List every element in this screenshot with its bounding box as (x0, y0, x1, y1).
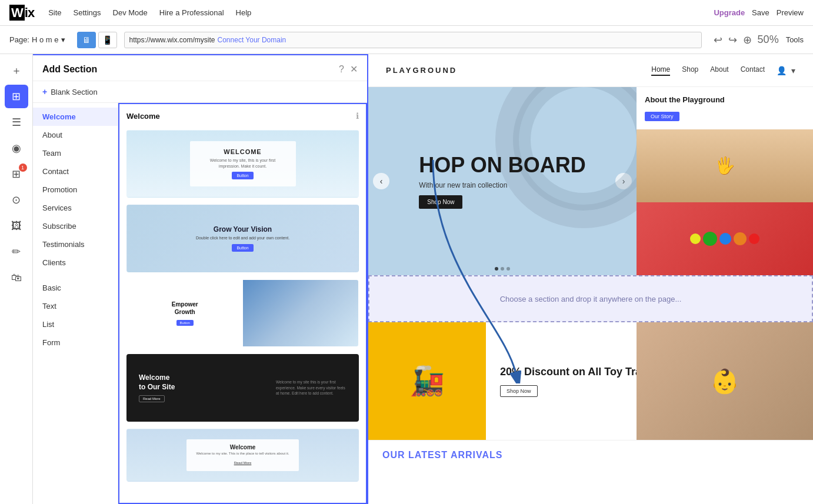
account-icon[interactable]: 👤 (777, 66, 787, 75)
site-nav-icons: 👤 ▾ (777, 66, 795, 75)
page-label: Page: (9, 35, 29, 44)
tools-label: Tools (786, 35, 804, 44)
nav-hire[interactable]: Hire a Professional (159, 8, 224, 17)
plus-icon: + (42, 87, 47, 96)
mobile-view-button[interactable]: 📱 (98, 32, 117, 48)
template-button: Button (176, 320, 194, 326)
hero-content: HOP ON BOARD With our new train collecti… (401, 142, 603, 221)
preview-button[interactable]: Preview (777, 8, 804, 17)
hero-dot-2 (501, 267, 504, 271)
template-desc: Double click here to edit and add your o… (196, 235, 289, 241)
site-nav: PLAYGROUND Home Shop About Contact 👤 ▾ (368, 54, 813, 87)
bar-actions: ↩ ↪ ⊕ 50% (714, 34, 779, 46)
cat-testimonials[interactable]: Testimonials (33, 235, 118, 253)
pages-icon[interactable]: ☰ (5, 111, 28, 134)
add-section-panel: Add Section ? ✕ + Blank Section Welcome … (33, 54, 368, 504)
topbar-right: Upgrade Save Preview (714, 8, 804, 17)
category-nav: Welcome About Team Contact Promotion Ser… (33, 103, 118, 504)
zoom-label: 50% (758, 34, 779, 46)
drop-zone-text: Choose a section and drop it anywhere on… (500, 295, 682, 303)
hero-prev-button[interactable]: ‹ (373, 173, 389, 189)
about-title: About the Playground (645, 95, 805, 105)
add-elements-icon[interactable]: ⊞ 1 (5, 162, 28, 186)
hero-headline: HOP ON BOARD (419, 153, 585, 177)
template-partial-welcome[interactable]: Welcome Welcome to my site. This is the … (126, 429, 359, 482)
template-inner: WELCOME Welcome to my site, this is your… (190, 141, 296, 187)
template-dark-welcome[interactable]: Welcometo Our Site Read More Welcome to … (126, 354, 359, 422)
site-nav-about[interactable]: About (710, 65, 728, 76)
cat-list[interactable]: List (33, 315, 118, 333)
tools-button[interactable]: Tools (786, 35, 804, 44)
upgrade-button[interactable]: Upgrade (714, 8, 745, 17)
cat-basic[interactable]: Basic (33, 279, 118, 297)
hero-cta-button[interactable]: Shop Now (419, 195, 462, 209)
promo-image-right: 👶 (637, 322, 813, 440)
secondbar: Page: H o m e ▾ 🖥 📱 https://www.wix.com/… (0, 26, 813, 54)
add-section-icon[interactable]: ＋ (5, 59, 28, 82)
site-nav-contact[interactable]: Contact (741, 65, 765, 76)
site-nav-shop[interactable]: Shop (682, 65, 698, 76)
pen-icon[interactable]: ✏ (5, 240, 28, 263)
nav-help[interactable]: Help (236, 8, 252, 17)
template-title: Grow Your Vision (196, 225, 289, 233)
about-image-bottom (637, 202, 813, 275)
save-button[interactable]: Save (752, 8, 769, 17)
device-buttons: 🖥 📱 (77, 32, 117, 48)
connect-domain-link[interactable]: Connect Your Domain (218, 36, 286, 44)
cat-form[interactable]: Form (33, 333, 118, 352)
redo-icon[interactable]: ↪ (728, 34, 737, 46)
cat-clients[interactable]: Clients (33, 253, 118, 272)
nav-devmode[interactable]: Dev Mode (113, 8, 148, 17)
our-story-button[interactable]: Our Story (645, 112, 679, 121)
sections-icon[interactable]: ⊞ (5, 85, 28, 108)
cat-about[interactable]: About (33, 126, 118, 144)
chevron-icon[interactable]: ▾ (791, 66, 795, 75)
template-button: Button (232, 244, 253, 252)
template-title: WELCOME (202, 148, 284, 155)
close-icon[interactable]: ✕ (350, 64, 358, 75)
template-welcome-white[interactable]: WELCOME Welcome to my site, this is your… (126, 130, 359, 198)
undo-icon[interactable]: ↩ (714, 34, 722, 46)
info-icon[interactable]: ℹ (356, 111, 359, 121)
media-icon[interactable]: 🖼 (5, 214, 28, 238)
templates-area: Welcome ℹ WELCOME Welcome to my site, th… (118, 103, 367, 504)
hero-next-button[interactable]: › (615, 173, 632, 189)
help-icon[interactable]: ? (339, 64, 344, 75)
arrivals-section: OUR LATEST ARRIVALS (368, 440, 813, 470)
blank-section-label: Blank Section (51, 88, 98, 96)
hero-subtext: With our new train collection (419, 181, 585, 189)
blank-section-bar[interactable]: + Blank Section (33, 81, 367, 103)
hero-right: About the Playground Our Story 🖐 (637, 87, 813, 275)
promo-cta-button[interactable]: Shop Now (500, 385, 538, 397)
panel-body: Welcome About Team Contact Promotion Ser… (33, 103, 367, 504)
cat-contact[interactable]: Contact (33, 162, 118, 181)
template-right (243, 280, 359, 346)
desktop-view-button[interactable]: 🖥 (77, 32, 96, 48)
template-button: Button (232, 172, 253, 179)
panel-header-actions: ? ✕ (339, 64, 358, 75)
page-selector[interactable]: Page: H o m e ▾ (9, 35, 65, 44)
main-canvas: PLAYGROUND Home Shop About Contact 👤 ▾ H… (368, 54, 813, 504)
left-sidebar: ＋ ⊞ ☰ ◉ ⊞ 1 ⊙ 🖼 ✏ 🛍 (0, 54, 33, 504)
about-box: About the Playground Our Story (637, 87, 813, 129)
template-title: EmpowerGrowth (172, 301, 198, 316)
hero-left: HOP ON BOARD With our new train collecti… (368, 87, 637, 275)
url-text: https://www.wix.com/mysite (129, 36, 215, 44)
cat-services[interactable]: Services (33, 199, 118, 217)
nav-settings[interactable]: Settings (74, 8, 101, 17)
cat-team[interactable]: Team (33, 144, 118, 162)
apps-icon[interactable]: ⊙ (5, 188, 28, 212)
template-empower-growth[interactable]: EmpowerGrowth Button (126, 279, 359, 347)
cat-text[interactable]: Text (33, 297, 118, 315)
cat-subscribe[interactable]: Subscribe (33, 217, 118, 235)
store-icon[interactable]: 🛍 (5, 266, 28, 289)
cat-promotion[interactable]: Promotion (33, 181, 118, 199)
design-icon[interactable]: ◉ (5, 136, 28, 160)
template-grow-vision[interactable]: Grow Your Vision Double click here to ed… (126, 205, 359, 272)
add-page-icon[interactable]: ⊕ (743, 34, 752, 46)
cat-welcome[interactable]: Welcome (33, 108, 118, 126)
template-inner: EmpowerGrowth Button (172, 301, 198, 326)
site-nav-home[interactable]: Home (651, 65, 670, 76)
nav-site[interactable]: Site (48, 8, 61, 17)
arrivals-title: OUR LATEST ARRIVALS (382, 450, 502, 460)
